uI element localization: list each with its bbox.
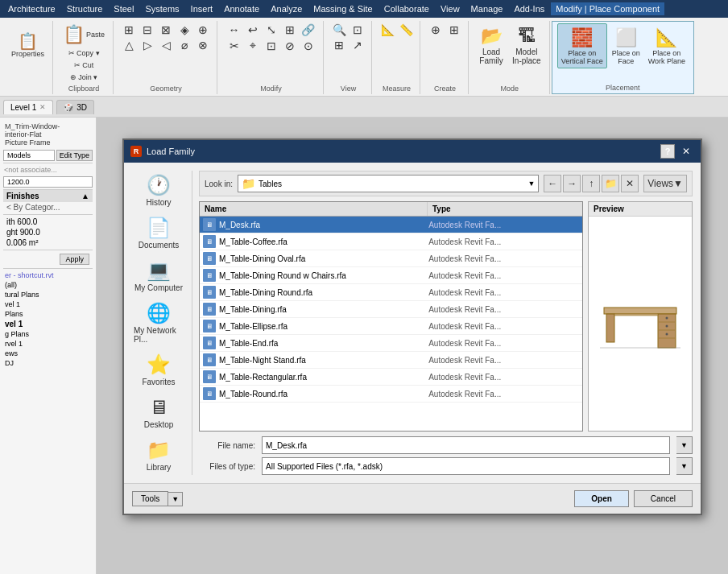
forward-button[interactable]: → bbox=[563, 175, 581, 192]
delete-button[interactable]: ✕ bbox=[621, 175, 639, 192]
up-button[interactable]: ↑ bbox=[582, 175, 600, 192]
mod-btn-1[interactable]: ↔ bbox=[225, 23, 243, 37]
file-row-7[interactable]: 🖥 M_Table-End.rfa Autodesk Revit Fa... bbox=[200, 335, 582, 352]
view-btn-3[interactable]: ⊞ bbox=[330, 38, 348, 52]
mod-btn-9[interactable]: ⊘ bbox=[281, 38, 299, 53]
open-button[interactable]: Open bbox=[574, 490, 629, 507]
apply-button[interactable]: Apply bbox=[60, 254, 89, 265]
view-btn-1[interactable]: 🔍 bbox=[330, 23, 348, 37]
mod-btn-3[interactable]: ⤡ bbox=[263, 23, 280, 37]
mod-btn-8[interactable]: ⊡ bbox=[263, 38, 280, 53]
geom-btn-2[interactable]: ⊟ bbox=[139, 23, 156, 37]
menu-collaborate[interactable]: Collaborate bbox=[379, 2, 434, 15]
menu-view[interactable]: View bbox=[436, 2, 465, 15]
file-type-input[interactable] bbox=[262, 457, 670, 475]
place-face-button[interactable]: ⬜ Place onFace bbox=[609, 23, 643, 68]
name-column-header[interactable]: Name bbox=[200, 202, 428, 216]
menu-structure[interactable]: Structure bbox=[62, 2, 108, 15]
file-row-2[interactable]: 🖥 M_Table-Dining Oval.rfa Autodesk Revit… bbox=[200, 250, 582, 267]
mod-btn-4[interactable]: ⊞ bbox=[281, 23, 299, 37]
finishes-section[interactable]: Finishes ▲ bbox=[3, 189, 93, 202]
dialog-close-button[interactable]: ✕ bbox=[678, 145, 694, 158]
geom-btn-8[interactable]: ◁ bbox=[157, 38, 175, 52]
geom-btn-5[interactable]: ⊕ bbox=[194, 23, 212, 37]
back-button[interactable]: ← bbox=[544, 175, 561, 192]
tools-main-button[interactable]: Tools bbox=[132, 491, 168, 506]
look-in-dropdown-arrow[interactable]: ▼ bbox=[527, 180, 535, 188]
create-btn-1[interactable]: ⊕ bbox=[427, 23, 445, 37]
mod-btn-7[interactable]: ⌖ bbox=[244, 38, 262, 53]
menu-annotate[interactable]: Annotate bbox=[219, 2, 264, 15]
place-vertical-face-button[interactable]: 🧱 Place onVertical Face bbox=[557, 23, 607, 68]
file-row-6[interactable]: 🖥 M_Table-Ellipse.rfa Autodesk Revit Fa.… bbox=[200, 318, 582, 335]
views-button[interactable]: Views ▼ bbox=[643, 175, 687, 192]
file-row-9[interactable]: 🖥 M_Table-Rectangular.rfa Autodesk Revit… bbox=[200, 369, 582, 386]
mod-btn-5[interactable]: 🔗 bbox=[300, 23, 317, 37]
nav-history[interactable]: 🕐 History bbox=[132, 171, 185, 210]
file-row-8[interactable]: 🖥 M_Table-Night Stand.rfa Autodesk Revit… bbox=[200, 352, 582, 369]
geom-btn-9[interactable]: ⌀ bbox=[176, 38, 193, 52]
geom-btn-1[interactable]: ⊞ bbox=[120, 23, 138, 37]
menu-steel[interactable]: Steel bbox=[109, 2, 139, 15]
nav-link-1[interactable]: er - shortcut.rvt bbox=[3, 270, 93, 280]
geom-btn-7[interactable]: ▷ bbox=[139, 38, 156, 52]
nav-desktop[interactable]: 🖥 Desktop bbox=[132, 393, 185, 432]
mod-btn-2[interactable]: ↩ bbox=[244, 23, 262, 37]
create-btn-2[interactable]: ⊞ bbox=[445, 23, 463, 37]
models-dropdown[interactable]: Models bbox=[3, 150, 55, 161]
mod-btn-10[interactable]: ⊙ bbox=[300, 38, 317, 53]
place-work-plane-button[interactable]: 📐 Place onWork Plane bbox=[645, 23, 689, 68]
menu-analyze[interactable]: Analyze bbox=[266, 2, 307, 15]
menu-architecture[interactable]: Architecture bbox=[3, 2, 60, 15]
properties-button[interactable]: 📋 Properties bbox=[8, 23, 48, 68]
view-btn-2[interactable]: ⊡ bbox=[349, 23, 366, 37]
nav-favorites[interactable]: ⭐ Favorites bbox=[132, 350, 185, 390]
geom-btn-6[interactable]: △ bbox=[120, 38, 138, 52]
dialog-help-button[interactable]: ? bbox=[660, 144, 675, 159]
value-input[interactable]: 1200.0 bbox=[3, 176, 93, 188]
nav-documents[interactable]: 📄 Documents bbox=[132, 213, 185, 253]
measure-btn-1[interactable]: 📐 bbox=[378, 23, 396, 37]
file-name-input[interactable] bbox=[262, 436, 670, 454]
cancel-button[interactable]: Cancel bbox=[634, 490, 693, 507]
menu-insert[interactable]: Insert bbox=[186, 2, 218, 15]
tab-level1-close[interactable]: ✕ bbox=[39, 103, 46, 111]
file-row-5[interactable]: 🖥 M_Table-Dining.rfa Autodesk Revit Fa..… bbox=[200, 301, 582, 318]
look-in-box[interactable]: 📁 Tables ▼ bbox=[238, 175, 539, 192]
edit-type-button[interactable]: Edit Type bbox=[56, 150, 93, 161]
file-row-1[interactable]: 🖥 M_Table-Coffee.rfa Autodesk Revit Fa..… bbox=[200, 233, 582, 250]
file-name-dropdown-arrow[interactable]: ▼ bbox=[676, 436, 693, 454]
load-family-button[interactable]: 📂 LoadFamily bbox=[475, 23, 507, 68]
menu-systems[interactable]: Systems bbox=[140, 2, 184, 15]
file-row-10[interactable]: 🖥 M_Table-Round.rfa Autodesk Revit Fa... bbox=[200, 386, 582, 403]
join-button[interactable]: ⊕ Join ▾ bbox=[60, 72, 108, 83]
main-area: M_Trim-Window- interior-Flat Picture Fra… bbox=[0, 118, 728, 574]
mod-btn-6[interactable]: ✂ bbox=[225, 38, 243, 53]
view-btn-4[interactable]: ↗ bbox=[349, 38, 366, 52]
nav-level1-bold[interactable]: vel 1 bbox=[3, 319, 93, 329]
tab-3d[interactable]: 🎲 3D bbox=[56, 100, 94, 114]
nav-my-computer[interactable]: 💻 My Computer bbox=[132, 256, 185, 295]
menu-manage[interactable]: Manage bbox=[466, 2, 508, 15]
file-type-dropdown-arrow[interactable]: ▼ bbox=[676, 457, 693, 475]
paste-button[interactable]: 📋 Paste bbox=[60, 23, 108, 47]
menu-modify-place[interactable]: Modify | Place Component bbox=[551, 2, 664, 15]
geom-btn-10[interactable]: ⊗ bbox=[194, 38, 212, 52]
tools-dropdown-arrow[interactable]: ▼ bbox=[168, 492, 183, 506]
nav-library[interactable]: 📁 Library bbox=[132, 436, 185, 475]
menu-massing[interactable]: Massing & Site bbox=[308, 2, 377, 15]
tab-level1[interactable]: Level 1 ✕ bbox=[3, 100, 53, 114]
geom-btn-4[interactable]: ◈ bbox=[176, 23, 193, 37]
file-row-3[interactable]: 🖥 M_Table-Dining Round w Chairs.rfa Auto… bbox=[200, 267, 582, 284]
create-folder-button[interactable]: 📁 bbox=[602, 175, 619, 192]
cut-button[interactable]: ✂ Cut bbox=[60, 60, 108, 71]
model-inplace-button[interactable]: 🏗 ModelIn-place bbox=[509, 23, 544, 68]
measure-btn-2[interactable]: 📏 bbox=[397, 23, 415, 37]
geom-btn-3[interactable]: ⊠ bbox=[157, 23, 175, 37]
copy-button[interactable]: ✂ Copy ▾ bbox=[60, 47, 108, 59]
file-row-4[interactable]: 🖥 M_Table-Dining Round.rfa Autodesk Revi… bbox=[200, 284, 582, 301]
type-column-header[interactable]: Type bbox=[428, 202, 582, 216]
nav-network[interactable]: 🌐 My Network Pl... bbox=[132, 299, 185, 347]
file-row-0[interactable]: 🖥 M_Desk.rfa Autodesk Revit Fa... bbox=[200, 217, 582, 233]
menu-addins[interactable]: Add-Ins bbox=[509, 2, 549, 15]
